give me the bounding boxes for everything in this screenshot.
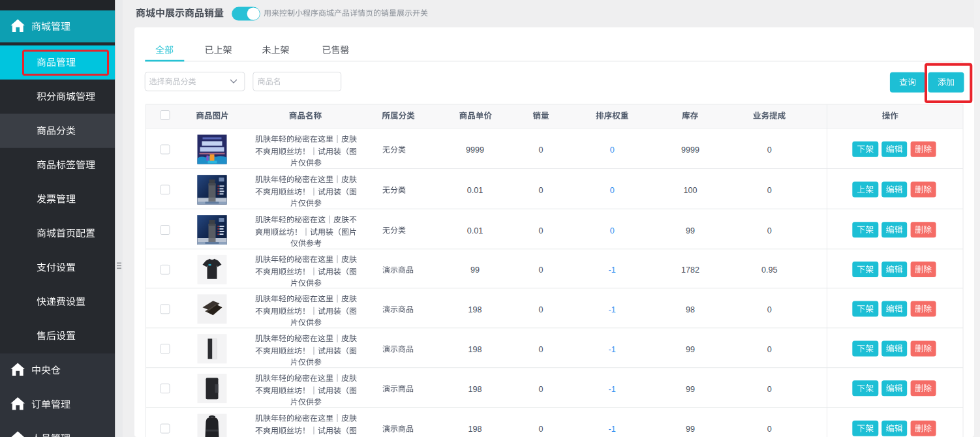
svg-text:0: 0 [538, 186, 543, 195]
svg-text:0: 0 [538, 345, 543, 354]
svg-text:100: 100 [683, 186, 697, 195]
svg-text:0: 0 [610, 186, 615, 195]
svg-text:-1: -1 [609, 345, 616, 354]
svg-text:-1: -1 [609, 305, 616, 314]
svg-text:0: 0 [538, 226, 543, 235]
svg-text:9999: 9999 [681, 145, 699, 155]
svg-text:198: 198 [468, 305, 482, 314]
svg-text:1782: 1782 [681, 265, 699, 275]
svg-text:9999: 9999 [466, 145, 484, 155]
svg-text:0: 0 [538, 425, 543, 434]
svg-text:0: 0 [767, 425, 772, 434]
svg-text:0: 0 [538, 385, 543, 394]
svg-text:0: 0 [538, 305, 543, 314]
svg-text:198: 198 [468, 345, 482, 354]
svg-text:0: 0 [767, 145, 772, 155]
svg-text:99: 99 [686, 385, 695, 394]
svg-text:-1: -1 [609, 425, 616, 434]
svg-text:99: 99 [686, 345, 695, 354]
svg-text:0: 0 [538, 265, 543, 275]
svg-text:198: 198 [468, 425, 482, 434]
svg-text:0: 0 [610, 145, 615, 155]
svg-text:198: 198 [468, 385, 482, 394]
svg-text:0.95: 0.95 [761, 265, 778, 275]
svg-text:99: 99 [470, 265, 480, 275]
svg-text:0: 0 [767, 226, 772, 235]
svg-text:0.01: 0.01 [467, 186, 483, 195]
svg-text:-1: -1 [609, 265, 616, 275]
svg-text:0: 0 [767, 385, 772, 394]
svg-text:0: 0 [767, 305, 772, 314]
svg-text:98: 98 [686, 305, 695, 314]
svg-text:-1: -1 [609, 385, 616, 394]
svg-text:0: 0 [610, 226, 615, 235]
svg-text:0: 0 [538, 145, 543, 155]
svg-text:0: 0 [767, 186, 772, 195]
svg-text:0: 0 [767, 345, 772, 354]
svg-text:99: 99 [686, 226, 695, 235]
svg-text:0.01: 0.01 [467, 226, 483, 235]
svg-text:99: 99 [686, 425, 695, 434]
